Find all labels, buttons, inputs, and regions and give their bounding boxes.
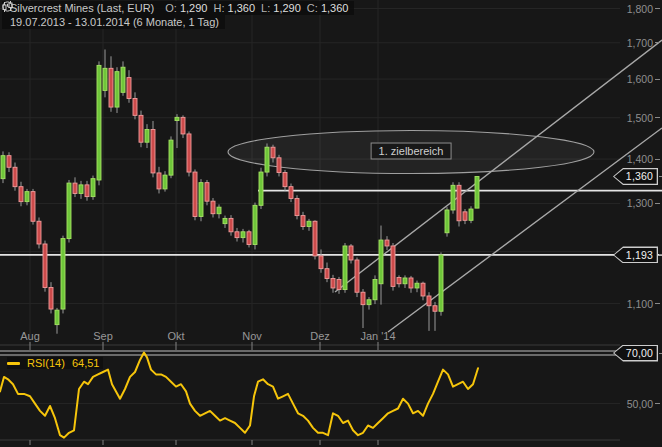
candle-body — [463, 212, 467, 220]
candle-body — [205, 183, 209, 202]
candle-body — [139, 115, 143, 142]
candle-body — [409, 278, 413, 288]
candle-body — [121, 67, 125, 92]
candle-body — [397, 277, 401, 283]
instrument-row: Silvercrest Mines (Last, EUR) O: 1,290H:… — [2, 1, 354, 15]
month-axis-label: Dez — [292, 330, 348, 342]
candle-body — [13, 167, 17, 186]
date-range: 19.07.2013 - 13.01.2014 (6 Monate, 1 Tag… — [10, 16, 219, 28]
candle-body — [127, 78, 131, 99]
candle-body — [211, 201, 215, 214]
instrument-title: Silvercrest Mines (Last, EUR) — [10, 2, 154, 14]
candle-body — [85, 185, 89, 197]
price-axis-label: 1,100 — [627, 298, 660, 310]
target-zone-label: 1. zielbereich — [371, 143, 452, 160]
candle-body — [445, 210, 449, 233]
candle-body — [451, 185, 455, 210]
candle-body — [421, 283, 425, 296]
candle-body — [229, 218, 233, 231]
candle-body — [349, 246, 353, 260]
candle-body — [313, 221, 317, 256]
rsi-value: 64,51 — [72, 357, 100, 369]
candle-body — [163, 175, 167, 189]
candle-body — [367, 300, 371, 305]
candle-body — [157, 173, 161, 189]
candle-body — [319, 256, 323, 269]
ohlc-close-label: C: — [307, 2, 318, 14]
price-axis-label: 1,600 — [627, 73, 660, 85]
candle-body — [307, 221, 311, 226]
ohlc-values: O: 1,290H: 1,360L: 1,290C: 1,360 — [159, 2, 348, 14]
month-axis-label: Jan '14 — [350, 330, 406, 342]
candle-body — [373, 280, 377, 300]
ohlc-high-value: 1,360 — [224, 2, 255, 14]
candle-body — [283, 172, 287, 186]
candle-body — [325, 269, 329, 279]
rsi-name: RSI(14) — [27, 357, 65, 369]
ohlc-open-value: 1,290 — [177, 2, 208, 14]
chart-window: Silvercrest Mines (Last, EUR) O: 1,290H:… — [0, 0, 662, 447]
ohlc-high-label: H: — [213, 2, 224, 14]
candle-body — [241, 232, 245, 238]
candle-body — [31, 192, 35, 222]
candle-body — [355, 260, 359, 292]
price-chart-canvas[interactable] — [0, 0, 662, 447]
candle-body — [247, 232, 251, 245]
month-axis-label: Aug — [2, 330, 58, 342]
candle-body — [49, 287, 53, 309]
candle-body — [145, 129, 149, 142]
candle-body — [91, 179, 95, 197]
candle-body — [151, 129, 155, 172]
candle-body — [361, 292, 365, 304]
candle-body — [43, 244, 47, 287]
candle-body — [277, 158, 281, 173]
candle-body — [187, 134, 191, 172]
candle-body — [181, 117, 185, 134]
candle-body — [223, 218, 227, 223]
candle-body — [37, 221, 41, 244]
candle-body — [235, 232, 239, 238]
candle-body — [67, 183, 71, 238]
candle-body — [415, 283, 419, 288]
rsi-legend: RSI(14) 64,51 — [7, 357, 103, 369]
month-axis-label: Sep — [75, 330, 131, 342]
candle-body — [115, 72, 119, 107]
ohlc-close-value: 1,360 — [318, 2, 349, 14]
month-axis-label: Okt — [148, 330, 204, 342]
ohlc-low-label: L: — [261, 2, 270, 14]
candle-body — [79, 185, 83, 194]
candle-body — [379, 240, 383, 284]
candle-body — [19, 187, 23, 202]
candle-body — [439, 255, 443, 311]
candle-body — [103, 68, 107, 90]
rsi-axis-label: 50,00 — [627, 398, 660, 410]
candle-body — [97, 65, 101, 180]
candle-body — [61, 239, 65, 309]
candle-body — [133, 98, 137, 115]
candle-body — [73, 183, 77, 193]
candle-body — [469, 209, 473, 220]
price-axis-label: 1,500 — [627, 112, 660, 124]
chart-header: Silvercrest Mines (Last, EUR) O: 1,290H:… — [2, 1, 354, 29]
candle-body — [301, 216, 305, 227]
candle-body — [175, 117, 179, 120]
candle-body — [403, 278, 407, 284]
candle-body — [433, 306, 437, 311]
candle-body — [55, 310, 59, 324]
candle-body — [265, 147, 269, 172]
candle-body — [109, 68, 113, 107]
candle-body — [271, 147, 275, 158]
candle-body — [457, 185, 461, 220]
candle-body — [295, 198, 299, 215]
candle-body — [217, 207, 221, 214]
date-range-row: 19.07.2013 - 13.01.2014 (6 Monate, 1 Tag… — [2, 15, 225, 29]
candle-body — [385, 240, 389, 246]
candle-body — [169, 140, 173, 175]
ohlc-low-value: 1,290 — [270, 2, 301, 14]
month-axis-label: Nov — [224, 330, 280, 342]
candle-body — [337, 280, 341, 290]
rsi-line-swatch — [7, 362, 20, 365]
price-axis-label: 1,300 — [627, 197, 660, 209]
candle-body — [289, 187, 293, 199]
last-price-tag: 1,360 — [613, 168, 658, 185]
